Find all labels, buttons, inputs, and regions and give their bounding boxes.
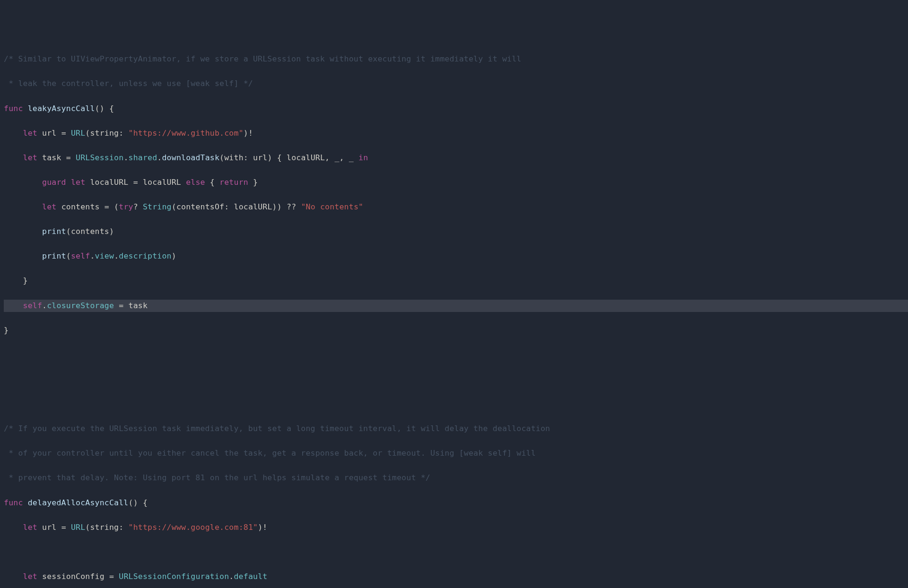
- code-token: "https://www.google.com:81": [129, 523, 258, 532]
- code-token: [4, 129, 23, 138]
- code-token: url: [42, 129, 56, 138]
- code-token: let: [71, 178, 85, 187]
- code-token: URLSession: [76, 153, 123, 162]
- code-line: print(contents): [4, 225, 908, 238]
- code-line: func delayedAllocAsyncCall() {: [4, 497, 908, 509]
- code-token: ): [172, 251, 176, 260]
- code-token: [23, 104, 28, 113]
- code-line: let url = URL(string: "https://www.githu…: [4, 127, 908, 139]
- code-token: =: [57, 129, 71, 138]
- code-token: sessionConfig: [42, 572, 105, 581]
- code-line: func leakyAsyncCall() {: [4, 103, 908, 115]
- code-token: description: [119, 251, 171, 260]
- code-token: self: [71, 251, 90, 260]
- code-token: let: [23, 153, 37, 162]
- code-token: ?: [133, 202, 143, 211]
- code-token: let: [23, 572, 37, 581]
- code-line: let sessionConfig = URLSessionConfigurat…: [4, 571, 908, 583]
- code-token: [4, 572, 23, 581]
- code-line: [4, 349, 908, 361]
- code-token: .: [90, 251, 95, 260]
- code-token: delayedAllocAsyncCall: [28, 498, 129, 507]
- code-line: let task = URLSession.shared.downloadTas…: [4, 152, 908, 164]
- code-token: * of your controller until you either ca…: [4, 449, 536, 458]
- code-token: [56, 202, 61, 211]
- code-line: [4, 373, 908, 386]
- code-token: _: [334, 153, 339, 162]
- code-token: .: [157, 153, 162, 162]
- code-token: (: [66, 251, 71, 260]
- code-token: with: [224, 153, 244, 162]
- code-token: (: [219, 153, 224, 162]
- code-token: .: [42, 301, 47, 310]
- code-token: print: [42, 251, 66, 260]
- code-token: try: [119, 202, 133, 211]
- code-token: _: [349, 153, 354, 162]
- code-token: else: [186, 178, 205, 187]
- code-token: [85, 178, 90, 187]
- code-token: = (: [100, 202, 119, 211]
- code-line: }: [4, 275, 908, 287]
- code-line: * of your controller until you either ca…: [4, 447, 908, 459]
- code-token: )) ??: [272, 202, 301, 211]
- code-token: URLSessionConfiguration: [119, 572, 229, 581]
- code-token: in: [358, 153, 368, 162]
- code-token: localURL: [90, 178, 128, 187]
- code-token: view: [95, 251, 114, 260]
- code-token: =: [57, 523, 71, 532]
- highlighted-line: self.closureStorage = task: [4, 300, 908, 312]
- code-token: URL: [71, 523, 85, 532]
- code-line: * leak the controller, unless we use [we…: [4, 78, 908, 90]
- code-block: /* Similar to UIViewPropertyAnimator, if…: [4, 53, 908, 588]
- code-token: * prevent that delay. Note: Using port 8…: [4, 473, 430, 482]
- code-token: )!: [244, 129, 253, 138]
- code-line: let contents = (try? String(contentsOf: …: [4, 201, 908, 213]
- code-token: =: [114, 301, 128, 310]
- code-token: [4, 202, 42, 211]
- code-token: func: [4, 498, 23, 507]
- code-token: :: [244, 153, 253, 162]
- code-token: localURL: [287, 153, 325, 162]
- code-token: () {: [129, 498, 148, 507]
- code-token: String: [143, 202, 172, 211]
- code-token: :: [119, 523, 128, 532]
- code-token: }: [4, 326, 9, 335]
- code-token: ): [109, 227, 114, 236]
- code-token: default: [234, 572, 267, 581]
- code-token: * leak the controller, unless we use [we…: [4, 79, 253, 88]
- code-line: let url = URL(string: "https://www.googl…: [4, 521, 908, 534]
- code-token: return: [219, 178, 248, 187]
- code-token: [37, 523, 42, 532]
- code-token: localURL: [143, 178, 181, 187]
- code-token: contentsOf: [176, 202, 224, 211]
- code-token: "No contents": [301, 202, 363, 211]
- code-token: url: [42, 523, 56, 532]
- code-token: (: [66, 227, 71, 236]
- code-token: /* If you execute the URLSession task im…: [4, 424, 550, 433]
- code-token: [354, 153, 358, 162]
- code-token: [4, 178, 42, 187]
- code-token: let: [23, 129, 37, 138]
- code-token: [37, 153, 42, 162]
- code-token: URL: [71, 129, 85, 138]
- code-token: (: [85, 129, 90, 138]
- code-token: /* Similar to UIViewPropertyAnimator, if…: [4, 54, 521, 63]
- code-token: string: [90, 523, 119, 532]
- code-line: }: [4, 324, 908, 337]
- code-token: =: [61, 153, 76, 162]
- code-token: [23, 498, 28, 507]
- code-token: contents: [61, 202, 100, 211]
- code-token: [181, 178, 186, 187]
- code-token: shared: [129, 153, 157, 162]
- code-token: let: [42, 202, 56, 211]
- code-token: guard: [42, 178, 66, 187]
- code-line: /* If you execute the URLSession task im…: [4, 423, 908, 435]
- code-token: contents: [71, 227, 109, 236]
- code-token: [4, 153, 23, 162]
- code-token: [4, 227, 42, 236]
- code-line: print(self.view.description): [4, 250, 908, 262]
- code-token: ,: [325, 153, 334, 162]
- code-token: downloadTask: [162, 153, 219, 162]
- code-token: localURL: [234, 202, 272, 211]
- code-token: func: [4, 104, 23, 113]
